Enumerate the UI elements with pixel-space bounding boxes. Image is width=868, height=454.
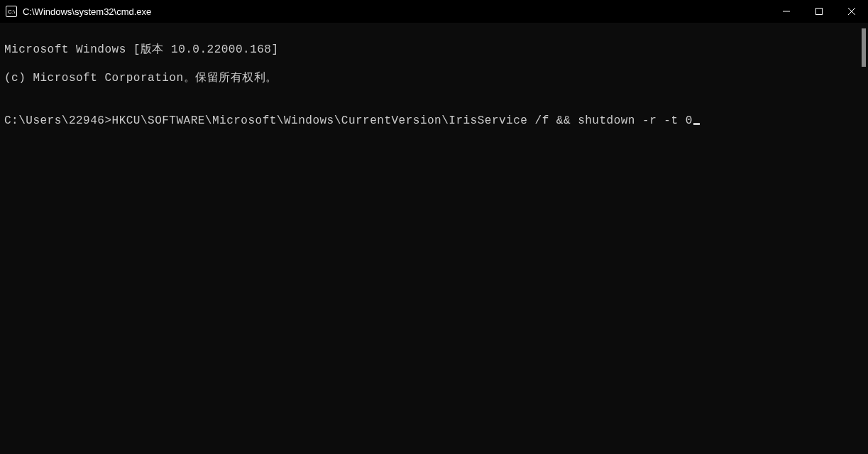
cursor-icon <box>693 123 700 125</box>
close-icon <box>848 8 855 15</box>
prompt-text: C:\Users\22946> <box>4 114 112 127</box>
close-button[interactable] <box>835 0 868 23</box>
minimize-icon <box>783 8 790 15</box>
command-text: HKCU\SOFTWARE\Microsoft\Windows\CurrentV… <box>112 114 693 127</box>
svg-rect-1 <box>816 9 823 15</box>
cmd-icon: C:\ <box>6 6 17 17</box>
scrollbar-thumb[interactable] <box>862 28 866 67</box>
terminal-output-line: (c) Microsoft Corporation。保留所有权利。 <box>4 71 864 85</box>
terminal-output-line: Microsoft Windows [版本 10.0.22000.168] <box>4 43 864 57</box>
maximize-button[interactable] <box>803 0 835 23</box>
terminal-command-line: C:\Users\22946>HKCU\SOFTWARE\Microsoft\W… <box>4 114 864 128</box>
maximize-icon <box>815 8 823 15</box>
window-title: C:\Windows\system32\cmd.exe <box>23 6 151 17</box>
terminal-area[interactable]: Microsoft Windows [版本 10.0.22000.168] (c… <box>0 23 868 148</box>
minimize-button[interactable] <box>770 0 803 23</box>
titlebar[interactable]: C:\ C:\Windows\system32\cmd.exe <box>0 0 868 23</box>
window-controls <box>770 0 868 23</box>
